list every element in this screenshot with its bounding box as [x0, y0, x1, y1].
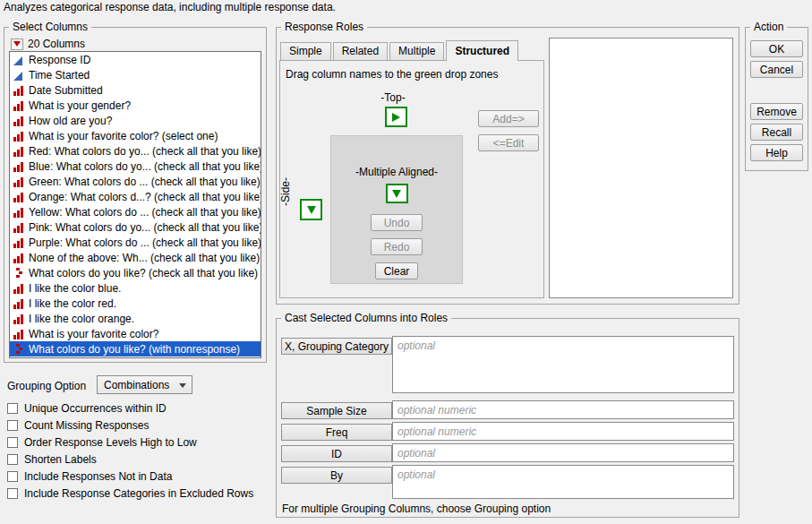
checkbox-include-response-categories-in-excluded-rows[interactable]: Include Response Categories in Excluded … [7, 485, 253, 502]
checkbox-label: Include Responses Not in Data [24, 470, 172, 483]
column-item[interactable]: What colors do you like? (with nonrespon… [10, 341, 261, 356]
column-item[interactable]: What is your favorite color? [10, 326, 261, 341]
columns-menu-button[interactable]: 20 Columns [11, 38, 85, 50]
checkbox-icon[interactable] [7, 420, 18, 431]
red-triangle-menu-icon[interactable] [11, 39, 23, 50]
placeholder-text: optional numeric [397, 425, 476, 438]
column-item[interactable]: Orange: What colors d...? (check all tha… [10, 189, 261, 204]
checkbox-icon[interactable] [7, 437, 18, 448]
column-item[interactable]: How old are you? [10, 113, 261, 128]
nominal-icon [13, 161, 24, 172]
x-grouping-category-button[interactable]: X, Grouping Category [281, 338, 392, 355]
nominal-icon [13, 131, 24, 142]
checkbox-icon[interactable] [7, 471, 18, 482]
help-button[interactable]: Help [750, 144, 803, 161]
checkbox-icon[interactable] [7, 403, 18, 414]
side-drop-zone[interactable] [300, 199, 322, 220]
column-label: What is your gender? [29, 99, 131, 112]
top-drop-zone[interactable] [385, 107, 407, 127]
column-label: Yellow: What colors do ... (check all th… [29, 206, 261, 219]
column-label: Green: What colors do ... (check all tha… [29, 176, 261, 188]
nominal-icon [13, 283, 24, 294]
tab-structured[interactable]: Structured [446, 40, 518, 61]
column-item[interactable]: I like the color red. [10, 296, 261, 311]
edit-button[interactable]: <=Edit [478, 134, 539, 151]
column-item[interactable]: Purple: What colors do ... (check all th… [10, 235, 261, 250]
multiple-aligned-label: -Multiple Aligned- [355, 166, 438, 178]
column-item[interactable]: Yellow: What colors do ... (check all th… [10, 204, 261, 219]
recall-button[interactable]: Recall [750, 124, 803, 141]
by-field[interactable]: optional [392, 465, 734, 499]
add-button[interactable]: Add=> [478, 110, 539, 127]
column-label: What is your favorite color? [29, 328, 158, 340]
x-grouping-category-field[interactable]: optional [392, 336, 734, 393]
checkbox-icon[interactable] [7, 488, 18, 499]
checkbox-count-missing-responses[interactable]: Count Missing Responses [7, 417, 253, 434]
checkbox-order-response-levels-high-to-low[interactable]: Order Response Levels High to Low [7, 434, 253, 451]
action-buttons: OKCancelRemoveRecallHelp [750, 40, 803, 161]
nominal-icon [13, 146, 24, 157]
column-item[interactable]: I like the color blue. [10, 280, 261, 296]
column-label: What is your favorite color? (select one… [29, 130, 218, 142]
column-item[interactable]: Response ID [10, 52, 261, 67]
redo-button[interactable]: Redo [371, 238, 423, 255]
columns-list[interactable]: Response IDTime StartedDate SubmittedWha… [9, 51, 261, 358]
column-item[interactable]: What is your gender? [10, 98, 261, 113]
checkbox-shorten-labels[interactable]: Shorten Labels [7, 451, 253, 468]
column-item[interactable]: What colors do you like? (check all that… [10, 265, 261, 280]
freq-field[interactable]: optional numeric [392, 422, 734, 441]
nominal-icon [13, 207, 24, 218]
cast-row: Sample Sizeoptional numeric [281, 400, 734, 419]
column-item[interactable]: None of the above: Wh... (check all that… [10, 250, 261, 265]
checkbox-unique-occurrences-within-id[interactable]: Unique Occurrences within ID [7, 399, 253, 417]
columns-count-label: 20 Columns [28, 38, 85, 50]
checkbox-label: Unique Occurrences within ID [24, 402, 167, 415]
column-item[interactable]: Green: What colors do ... (check all tha… [10, 174, 261, 189]
undo-button[interactable]: Undo [371, 214, 423, 231]
continuous-icon [13, 55, 24, 65]
multiple-icon [13, 344, 24, 355]
column-item[interactable]: Pink: What colors do yo... (check all th… [10, 219, 261, 235]
tab-multiple[interactable]: Multiple [389, 42, 444, 60]
sample-size-button[interactable]: Sample Size [281, 402, 392, 419]
column-item[interactable]: Red: What colors do yo... (check all tha… [10, 143, 261, 159]
grouping-option-select[interactable]: Combinations [97, 375, 192, 394]
column-label: What colors do you like? (check all that… [29, 267, 258, 279]
clear-button[interactable]: Clear [375, 262, 418, 279]
response-roles-list[interactable] [549, 38, 733, 298]
chevron-down-icon [179, 383, 186, 388]
column-item[interactable]: I like the color orange. [10, 311, 261, 326]
column-item[interactable]: Blue: What colors do yo... (check all th… [10, 159, 261, 174]
cancel-button[interactable]: Cancel [750, 61, 803, 78]
column-label: I like the color orange. [29, 313, 134, 325]
grouping-option-label: Grouping Option [7, 380, 86, 392]
by-button[interactable]: By [281, 467, 392, 484]
cast-row: IDoptional [281, 443, 734, 462]
nominal-icon [13, 329, 24, 339]
remove-button[interactable]: Remove [750, 103, 803, 120]
placeholder-text: optional [397, 447, 435, 460]
structured-tab-panel: Drag column names to the green drop zone… [279, 60, 544, 298]
red-triangle-icon [13, 41, 21, 47]
cast-row: Freqoptional numeric [281, 422, 734, 441]
checkbox-label: Order Response Levels High to Low [24, 436, 197, 449]
action-group: Action OKCancelRemoveRecallHelp [745, 27, 808, 171]
column-label: Purple: What colors do ... (check all th… [29, 236, 261, 249]
sample-size-field[interactable]: optional numeric [392, 400, 734, 419]
tab-related[interactable]: Related [333, 42, 388, 60]
green-down-triangle-icon [392, 190, 401, 198]
checkbox-include-responses-not-in-data[interactable]: Include Responses Not in Data [7, 468, 253, 485]
nominal-icon [13, 192, 24, 202]
column-item[interactable]: What is your favorite color? (select one… [10, 128, 261, 143]
tab-simple[interactable]: Simple [280, 42, 331, 60]
id-button[interactable]: ID [281, 445, 392, 462]
ok-button[interactable]: OK [750, 40, 803, 57]
checkbox-icon[interactable] [7, 454, 18, 465]
multiple-aligned-drop-zone[interactable] [386, 184, 408, 203]
id-field[interactable]: optional [392, 443, 734, 462]
column-item[interactable]: Time Started [10, 67, 261, 82]
column-label: Time Started [29, 69, 90, 82]
freq-button[interactable]: Freq [281, 424, 392, 441]
column-item[interactable]: Date Submitted [10, 82, 261, 98]
cast-roles-group: Cast Selected Columns into Roles X, Grou… [276, 318, 739, 518]
